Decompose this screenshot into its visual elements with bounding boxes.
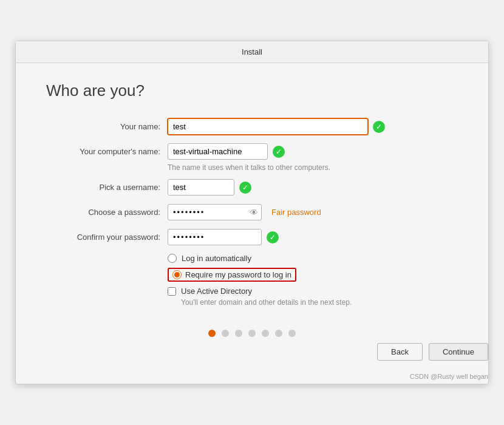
your-name-input[interactable]: [168, 118, 368, 135]
dot-5: [262, 330, 269, 337]
username-check-icon: ✓: [239, 182, 251, 194]
active-directory-row: Use Active Directory: [168, 287, 458, 296]
your-name-input-wrap: ✓: [168, 118, 385, 135]
active-directory-section: Use Active Directory You'll enter domain…: [168, 287, 458, 307]
computer-name-input[interactable]: [168, 143, 268, 160]
auto-login-radio[interactable]: [168, 254, 177, 263]
dot-3: [235, 330, 242, 337]
password-strength: Fair password: [271, 208, 321, 217]
title-bar: Install: [16, 41, 488, 63]
installer-window: Install Who are you? Your name: ✓ Your c…: [15, 41, 489, 384]
confirm-password-label: Confirm your password:: [46, 233, 168, 242]
back-button[interactable]: Back: [377, 343, 423, 361]
dot-2: [222, 330, 229, 337]
computer-name-row: Your computer's name: ✓: [46, 143, 458, 160]
auto-login-row: Log in automatically: [168, 254, 458, 263]
confirm-password-input-wrap: ✓: [168, 229, 279, 245]
computer-name-input-wrap: ✓: [168, 143, 285, 160]
your-name-row: Your name: ✓: [46, 118, 458, 135]
content-area: Who are you? Your name: ✓ Your computer'…: [16, 63, 488, 319]
require-password-box: Require my password to log in: [168, 268, 296, 282]
confirm-password-check-icon: ✓: [267, 231, 279, 243]
computer-name-label: Your computer's name:: [46, 147, 168, 156]
require-password-row: Require my password to log in: [168, 268, 458, 282]
computer-name-check-icon: ✓: [273, 146, 285, 158]
username-label: Pick a username:: [46, 183, 168, 192]
auto-login-label[interactable]: Log in automatically: [182, 254, 251, 263]
page-title: Who are you?: [46, 81, 458, 100]
login-options: Log in automatically Require my password…: [168, 254, 458, 307]
password-input-wrap: 👁 Fair password: [168, 204, 321, 220]
active-directory-label[interactable]: Use Active Directory: [181, 287, 252, 296]
footer-buttons: Back Continue: [16, 343, 488, 373]
continue-button[interactable]: Continue: [429, 343, 488, 361]
password-input[interactable]: [168, 204, 262, 220]
username-input-wrap: ✓: [168, 179, 251, 195]
require-password-radio[interactable]: [172, 270, 182, 279]
window-title: Install: [242, 47, 262, 56]
active-directory-hint: You'll enter domain and other details in…: [181, 298, 458, 307]
password-row: Choose a password: 👁 Fair password: [46, 204, 458, 220]
computer-name-hint: The name it uses when it talks to other …: [168, 163, 458, 172]
progress-dots: [16, 319, 488, 343]
eye-icon[interactable]: 👁: [250, 208, 258, 217]
require-password-label[interactable]: Require my password to log in: [185, 270, 291, 279]
password-wrap: 👁: [168, 204, 262, 220]
dot-4: [248, 330, 256, 337]
watermark: CSDN @Rusty well began: [16, 373, 488, 384]
password-label: Choose a password:: [46, 208, 168, 217]
confirm-password-row: Confirm your password: ✓: [46, 229, 458, 245]
confirm-password-input[interactable]: [168, 229, 262, 245]
your-name-label: Your name:: [46, 122, 168, 131]
dot-6: [275, 330, 282, 337]
dot-1: [208, 330, 216, 337]
your-name-check-icon: ✓: [373, 121, 385, 133]
dot-7: [288, 330, 296, 337]
username-input[interactable]: [168, 179, 234, 195]
username-row: Pick a username: ✓: [46, 179, 458, 195]
active-directory-checkbox[interactable]: [168, 287, 176, 296]
